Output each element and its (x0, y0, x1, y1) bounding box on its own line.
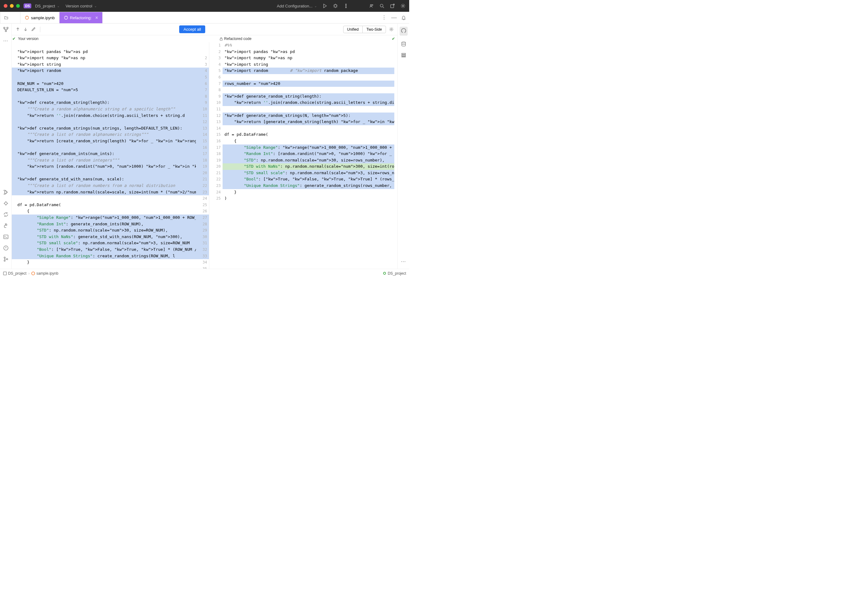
more-icon[interactable] (344, 3, 348, 8)
more-right-tools-icon[interactable]: ⋯ (401, 259, 406, 264)
jupyter-icon (31, 272, 35, 275)
chevron-down-icon: ⌄ (94, 4, 97, 8)
svg-point-30 (32, 272, 35, 275)
debug-icon[interactable] (333, 3, 338, 8)
ai-assistant-icon[interactable] (400, 27, 407, 35)
check-icon: ✔ (392, 37, 395, 41)
notifications-icon[interactable] (401, 15, 406, 20)
vcs-selector[interactable]: Version control ⌄ (66, 4, 97, 8)
svg-point-16 (4, 202, 7, 205)
run-config-selector[interactable]: Add Configuration... ⌄ (277, 4, 317, 8)
python-packages-icon[interactable] (3, 223, 9, 229)
svg-rect-13 (7, 27, 8, 28)
services-icon[interactable] (3, 189, 9, 195)
collab-icon[interactable] (369, 3, 374, 8)
svg-rect-14 (5, 30, 6, 32)
accept-all-button[interactable]: Accept all (179, 25, 205, 33)
left-code-pane[interactable]: "kw">import pandas "kw">as pd"kw">import… (12, 42, 209, 273)
svg-rect-18 (4, 235, 8, 239)
svg-point-22 (6, 258, 8, 260)
svg-point-5 (380, 4, 383, 7)
breadcrumb-project[interactable]: DS_project (8, 271, 27, 276)
project-name: DS_project (35, 4, 55, 8)
run-icon[interactable] (322, 3, 327, 8)
svg-point-9 (27, 16, 27, 17)
tab-overflow-icon[interactable]: ⋮ (382, 15, 387, 21)
structure-icon[interactable] (3, 27, 9, 32)
chevron-down-icon: ⌄ (57, 4, 59, 8)
minimize-window[interactable] (10, 4, 14, 8)
svg-rect-12 (4, 27, 5, 28)
settings-icon[interactable] (400, 3, 406, 8)
edit-icon[interactable] (31, 27, 35, 32)
diff-view-mode[interactable]: Unified Two-Side (343, 26, 386, 33)
project-badge: DS (24, 3, 31, 8)
vcs-tool-icon[interactable] (3, 256, 9, 262)
svg-point-23 (391, 28, 392, 30)
left-tool-rail: ⋯ (0, 24, 12, 278)
close-tab-icon[interactable]: × (96, 15, 98, 20)
debug-tool-icon[interactable] (3, 201, 9, 206)
svg-point-1 (345, 4, 347, 5)
svg-rect-28 (402, 56, 406, 57)
editor-tabs: sample.ipynb Refactoring: × ⋮ — (0, 12, 409, 24)
right-tool-rail: ⋯ (397, 24, 409, 278)
svg-rect-26 (402, 53, 406, 54)
problems-icon[interactable] (3, 245, 9, 251)
right-code-pane[interactable]: #%%"kw">import pandas "kw">as pd"kw">imp… (223, 42, 394, 273)
hide-tabs-icon[interactable]: — (391, 14, 397, 21)
check-icon: ✔ (12, 37, 16, 41)
svg-point-17 (5, 224, 6, 225)
svg-rect-29 (3, 272, 6, 275)
svg-point-21 (4, 260, 5, 261)
database-icon[interactable] (401, 41, 406, 47)
svg-point-4 (371, 4, 372, 6)
diff-settings-icon[interactable] (389, 27, 394, 32)
jupyter-icon (64, 16, 68, 20)
interpreter-status-icon[interactable] (383, 272, 386, 275)
svg-point-7 (402, 5, 404, 7)
two-side-mode[interactable]: Two-Side (362, 26, 386, 33)
module-icon (3, 272, 7, 275)
folder-icon (4, 16, 8, 20)
svg-rect-27 (402, 55, 406, 56)
project-selector[interactable]: DS DS_project ⌄ (24, 3, 59, 8)
sync-icon[interactable] (3, 212, 9, 217)
right-line-numbers: 12345«67«89«101112«1314151617«1819202122… (209, 42, 223, 273)
next-diff-icon[interactable] (23, 27, 28, 32)
breadcrumb-file[interactable]: sample.ipynb (36, 271, 58, 276)
updates-icon[interactable] (390, 3, 395, 8)
layers-icon[interactable] (401, 52, 406, 58)
terminal-icon[interactable] (3, 234, 9, 240)
interpreter-name[interactable]: DS_project (388, 271, 406, 276)
tab-sample[interactable] (0, 12, 21, 23)
pane-titles: ✔Your version Refactored code ✔ (12, 35, 397, 42)
window-controls[interactable] (4, 4, 20, 8)
svg-point-2 (345, 6, 347, 6)
title-bar: DS DS_project ⌄ Version control ⌄ Add Co… (0, 0, 409, 12)
svg-point-11 (66, 16, 66, 17)
chevron-down-icon: ⌄ (314, 4, 317, 8)
diff-viewer: Accept all Unified Two-Side ✔Your versio… (12, 24, 397, 278)
prev-diff-icon[interactable] (16, 27, 20, 32)
diff-toolbar: Accept all Unified Two-Side (12, 24, 397, 35)
search-icon[interactable] (379, 3, 384, 8)
svg-point-20 (4, 257, 5, 258)
close-window[interactable] (4, 4, 7, 8)
more-tools-icon[interactable]: ⋯ (3, 38, 8, 44)
left-pane-title: Your version (18, 37, 38, 41)
svg-point-3 (345, 7, 347, 8)
maximize-window[interactable] (16, 4, 20, 8)
right-pane-title: Refactored code (224, 37, 251, 41)
lock-icon (220, 37, 223, 41)
unified-mode[interactable]: Unified (344, 26, 362, 33)
tab-refactoring[interactable]: Refactoring: × (59, 12, 103, 23)
svg-rect-24 (220, 38, 222, 40)
svg-point-0 (334, 4, 337, 7)
tab-sample-ipynb[interactable]: sample.ipynb (21, 12, 59, 23)
svg-point-25 (402, 42, 406, 43)
jupyter-icon (25, 16, 29, 20)
status-bar: DS_project › sample.ipynb DS_project (0, 269, 409, 278)
